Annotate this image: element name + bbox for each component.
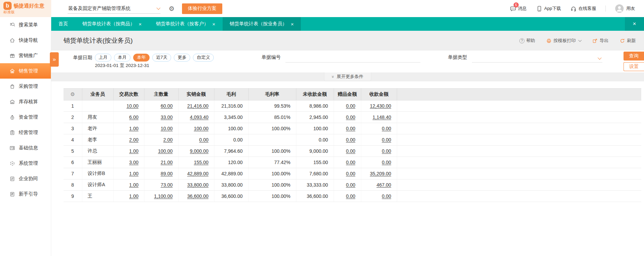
warehouse-icon <box>9 99 15 105</box>
col-unpaid-amount[interactable]: 未收款金额 <box>296 89 334 100</box>
close-icon[interactable]: × <box>291 21 294 27</box>
sidebar-item-search-menu[interactable]: 搜索菜单 <box>0 17 51 32</box>
logo[interactable]: b 畅捷通好生意 标准版 <box>0 0 51 17</box>
sidebar-item-enterprise-collaboration[interactable]: 企业协同 <box>0 171 51 186</box>
column-settings-gear-icon[interactable]: ⚙ <box>70 91 75 97</box>
report-content: ⚙ 业务员 交易次数 主数量 实销金额 毛利 毛利率 未收款金额 赠品金额 收款… <box>51 81 644 256</box>
print-by-template-button[interactable]: 按模板打印 <box>546 38 581 44</box>
phone-icon <box>536 5 543 12</box>
print-label: 按模板打印 <box>554 38 576 44</box>
sidebar-item-operations-management[interactable]: 经营管理 <box>0 125 51 140</box>
home-icon <box>9 37 15 43</box>
table-row: 3 老许 1.00 10.00 100.00 100.00 100.00% 10… <box>64 123 641 134</box>
doc-no-input[interactable] <box>285 54 420 63</box>
doc-type-select[interactable] <box>472 54 602 63</box>
settings-button[interactable]: 设置 <box>624 62 644 71</box>
chevron-down-icon[interactable] <box>578 39 582 42</box>
trial-solution-button[interactable]: 体验行业方案 <box>182 3 222 14</box>
sidebar-item-beginner-guide[interactable]: 新手引导 <box>0 186 51 202</box>
avatar <box>615 4 624 13</box>
refresh-icon <box>619 38 625 44</box>
table-row: 7 设计师B 1.00 89.00 42,889.00 42,889.00 10… <box>64 168 641 179</box>
money-bag-icon <box>9 114 15 120</box>
date-option-last-7-days[interactable]: 近7天 <box>152 54 171 62</box>
divider <box>605 5 606 12</box>
sidebar-item-label: 采购管理 <box>19 83 38 90</box>
tab-sales-stats-by-product[interactable]: 销货单统计表（按商品） × <box>75 17 149 31</box>
col-trade-count[interactable]: 交易次数 <box>113 89 144 100</box>
tabbar-close-icon[interactable]: × <box>625 17 644 31</box>
col-gross-margin[interactable]: 毛利率 <box>248 89 296 100</box>
sidebar-item-system-management[interactable]: 系统管理 <box>0 156 51 171</box>
table-row: 2 用友 6.00 33.00 4,093.40 3,345.00 85.01%… <box>64 112 641 123</box>
table-row: 1 10.00 60.00 21,416.00 21,316.00 99.53%… <box>64 100 641 112</box>
sidebar-item-label: 经营管理 <box>19 130 38 136</box>
date-option-last-month[interactable]: 上月 <box>95 54 111 62</box>
printer-icon <box>546 38 552 44</box>
refresh-button[interactable]: 刷新 <box>619 38 636 44</box>
sidebar-item-purchase-management[interactable]: 采购管理 <box>0 79 51 94</box>
table-row: 9 王 1.00 1,100.00 36,600.00 36,600.00 10… <box>64 191 641 202</box>
export-label: 导出 <box>600 38 608 44</box>
doc-date-label: 单据日期 <box>73 55 92 61</box>
tab-sales-stats-by-salesperson[interactable]: 销货单统计表（按业务员） × <box>223 17 301 31</box>
col-gross-profit[interactable]: 毛利 <box>214 89 248 100</box>
brand-name: 畅捷通好生意 <box>14 3 44 9</box>
sidebar-item-marketing[interactable]: 营销推广 <box>0 48 51 63</box>
col-main-qty[interactable]: 主数量 <box>144 89 178 100</box>
table-row: 8 设计师A 1.00 73.00 33,800.00 33,800.00 10… <box>64 179 641 191</box>
user-menu[interactable]: 用友 <box>615 4 635 13</box>
sidebar-item-quick-nav[interactable]: 快捷导航 <box>0 32 51 48</box>
date-option-this-month[interactable]: 本月 <box>114 54 130 62</box>
table-header-row: ⚙ 业务员 交易次数 主数量 实销金额 毛利 毛利率 未收款金额 赠品金额 收款… <box>64 89 641 100</box>
sidebar: 搜索菜单 快捷导航 营销推广 销售管理 采购管理 <box>0 17 51 256</box>
expand-more-conditions-button[interactable]: » 展开更多条件 <box>324 72 371 81</box>
close-icon[interactable]: × <box>139 21 142 27</box>
system-select[interactable]: 装备及固定资产辅助管理系统 <box>68 4 160 14</box>
col-gift-amount[interactable]: 赠品金额 <box>334 89 361 100</box>
export-button[interactable]: 导出 <box>592 38 608 44</box>
sidebar-item-label: 企业协同 <box>19 176 38 182</box>
sidebar-item-funds-management[interactable]: 资金管理 <box>0 109 51 125</box>
username: 用友 <box>626 5 635 12</box>
tab-sales-stats-by-customer[interactable]: 销货单统计表（按客户） × <box>149 17 223 31</box>
date-option-this-year[interactable]: 本年 <box>133 54 150 62</box>
headset-icon <box>570 5 577 12</box>
col-salesperson[interactable]: 业务员 <box>82 89 113 100</box>
logo-icon: b <box>3 2 12 10</box>
date-option-more[interactable]: 更多 <box>174 54 190 62</box>
sidebar-item-sales-management[interactable]: 销售管理 <box>0 63 51 79</box>
sidebar-item-basic-info[interactable]: 基础信息 <box>0 140 51 156</box>
tab-bar: 首页 销货单统计表（按商品） × 销货单统计表（按客户） × 销货单统计表（按业… <box>51 17 644 31</box>
tab-label: 销货单统计表（按业务员） <box>230 21 287 27</box>
col-filler <box>397 89 641 100</box>
gear-icon[interactable]: ⚙ <box>169 5 174 12</box>
search-icon <box>9 22 15 28</box>
shopping-bag-icon <box>9 83 15 90</box>
app-download-button[interactable]: App下载 <box>536 5 561 12</box>
tab-home[interactable]: 首页 <box>51 17 75 31</box>
messages-button[interactable]: 消息 6 <box>510 5 527 12</box>
sidebar-item-inventory-accounting[interactable]: 库存核算 <box>0 94 51 109</box>
table-row: 5 许总 1.00 100.00 9,000.00 7,964.60 100.0… <box>64 146 641 157</box>
guide-book-icon <box>9 191 15 197</box>
close-icon[interactable]: × <box>212 21 215 27</box>
doc-type-label: 单据类型 <box>448 54 467 60</box>
col-net-sales[interactable]: 实销金额 <box>178 89 214 100</box>
sidebar-item-label: 基础信息 <box>19 145 38 151</box>
gift-icon <box>9 53 15 59</box>
topbar-actions: 消息 6 App下载 在线客服 用友 <box>510 4 644 13</box>
sidebar-item-label: 快捷导航 <box>19 37 38 43</box>
sidebar-item-label: 销售管理 <box>19 68 38 74</box>
top-bar: b 畅捷通好生意 标准版 装备及固定资产辅助管理系统 ⚙ 体验行业方案 消息 6… <box>0 0 644 17</box>
clipboard-icon <box>9 130 15 136</box>
double-chevron-down-icon: » <box>331 75 336 78</box>
online-service-button[interactable]: 在线客服 <box>570 5 596 12</box>
query-button[interactable]: 查询 <box>624 52 644 60</box>
date-range-value[interactable]: 2023-01-01 至 2023-12-31 <box>73 63 214 69</box>
app-download-label: App下载 <box>544 5 561 12</box>
collapse-filter-button[interactable]: » <box>50 52 59 67</box>
col-received-amount[interactable]: 收款金额 <box>361 89 397 100</box>
help-button[interactable]: ? 帮助 <box>519 38 535 44</box>
date-option-custom[interactable]: 自定义 <box>193 54 214 62</box>
